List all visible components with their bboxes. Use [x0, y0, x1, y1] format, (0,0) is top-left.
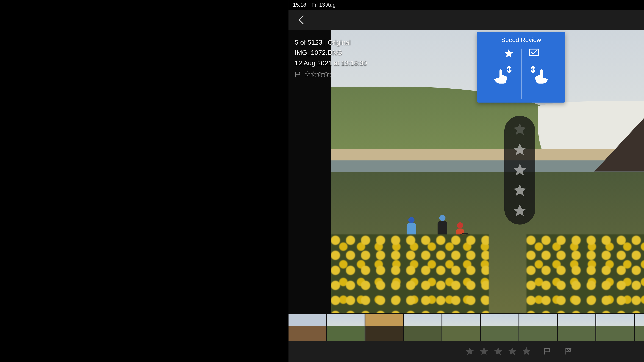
image-info-overlay: 5 of 5123 | Original IMG_1072.DNG 12 Aug…	[295, 37, 367, 80]
flag-pick-button[interactable]	[542, 346, 554, 357]
bottom-rating-star[interactable]	[492, 346, 504, 357]
flag-pick-icon	[529, 48, 539, 59]
filmstrip-thumb[interactable]	[404, 314, 442, 341]
speed-review-popup: Speed Review	[477, 32, 566, 103]
bottom-rating-star[interactable]	[506, 346, 518, 357]
filmstrip-thumb[interactable]	[519, 314, 557, 341]
top-toolbar: !	[288, 10, 644, 30]
rating-star[interactable]	[512, 203, 527, 218]
rating-star[interactable]	[512, 122, 527, 137]
speed-review-title: Speed Review	[477, 36, 566, 43]
bottom-toolbar	[288, 341, 644, 362]
bottom-rating-star[interactable]	[464, 346, 476, 357]
filmstrip-thumb[interactable]	[327, 314, 364, 341]
back-button[interactable]	[292, 11, 310, 29]
image-filename: IMG_1072.DNG	[295, 47, 367, 58]
filmstrip-thumb[interactable]	[558, 314, 596, 341]
status-date: Fri 13 Aug	[312, 2, 336, 8]
status-time: 15:18	[293, 2, 306, 8]
star-icon	[504, 48, 514, 59]
filmstrip-thumb[interactable]	[288, 314, 326, 341]
flag-outline-icon	[295, 71, 302, 78]
rating-column-overlay[interactable]	[504, 116, 535, 225]
filmstrip-thumb[interactable]	[635, 314, 644, 341]
rating-star[interactable]	[512, 163, 527, 178]
bottom-rating-star[interactable]	[478, 346, 490, 357]
image-counter: 5 of 5123 | Original	[295, 37, 367, 47]
flag-reject-button[interactable]	[563, 346, 575, 357]
rating-star[interactable]	[512, 183, 527, 198]
swipe-gesture-left-icon	[490, 63, 516, 87]
filmstrip[interactable]	[288, 314, 644, 341]
filmstrip-thumb[interactable]	[481, 314, 518, 341]
bottom-rating-star[interactable]	[521, 346, 532, 357]
editor-canvas: 5 of 5123 | Original IMG_1072.DNG 12 Aug…	[288, 30, 644, 341]
filmstrip-thumb[interactable]	[366, 314, 403, 341]
rating-stars-empty	[304, 70, 335, 80]
filmstrip-thumb[interactable]	[442, 314, 480, 341]
app-window: 15:18 Fri 13 Aug 51%	[288, 0, 644, 362]
image-timestamp: 12 Aug 2021 at 13:16:30	[295, 58, 367, 68]
rating-star[interactable]	[512, 142, 527, 157]
filmstrip-thumb[interactable]	[596, 314, 634, 341]
status-bar: 15:18 Fri 13 Aug 51%	[288, 0, 644, 10]
swipe-gesture-right-icon	[526, 63, 552, 87]
